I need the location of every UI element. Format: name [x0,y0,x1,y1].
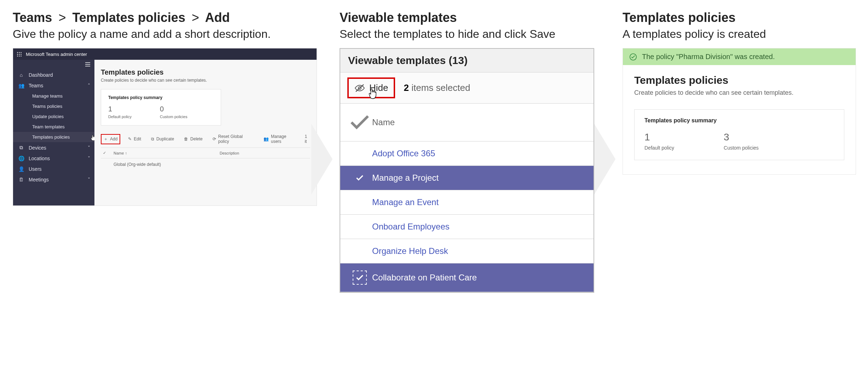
product-name: Microsoft Teams admin center [26,52,87,57]
row-checkbox[interactable] [347,271,372,285]
calendar-icon: 🗓 [18,177,24,182]
nav-templates-policies[interactable]: Templates policies [13,132,94,142]
crumb-add: Add [205,10,230,25]
nav-devices[interactable]: ⧉ Devices ˅ [13,142,94,153]
admin-sidebar: ⌂ Dashboard 👥 Teams ˄ Manage teams Teams… [13,60,94,205]
page-description: Create policies to decide who can see ce… [101,78,310,83]
col-description[interactable]: Description [220,151,308,155]
hide-button[interactable]: Hide [347,77,395,98]
nav-update-policies[interactable]: Update policies [13,111,94,122]
viewable-templates-panel: Viewable templates (13) Hide 2 items sel… [340,48,594,293]
manage-users-button[interactable]: 👥 Manage users [261,133,299,145]
nav-label: Team templates [32,124,65,129]
list-item[interactable]: Onboard Employees [340,215,594,239]
chevron-down-icon: ˅ [88,177,90,182]
row-name: Global (Org-wide default) [114,162,220,167]
summary-card: Templates policy summary 1 Default polic… [101,89,221,126]
banner-text: The policy "Pharma Division" was created… [642,53,775,61]
cursor-hand-icon [368,88,378,99]
waffle-icon[interactable] [17,52,22,57]
list-item[interactable]: Manage a Project [340,166,594,190]
people-icon: 👥 [18,83,24,88]
btn-label: Duplicate [156,137,174,141]
item-count: 1 it [305,134,310,144]
viewable-header: Viewable templates (13) [340,49,594,72]
template-name: Adopt Office 365 [372,149,435,158]
list-item[interactable]: Manage an Event [340,190,594,215]
viewable-toolbar: Hide 2 items selected [340,72,594,104]
crumb-templates-policies: Templates policies [72,10,185,25]
result-panel: The policy "Pharma Division" was created… [623,48,856,175]
nav-users[interactable]: 👤 Users [13,164,94,174]
check-circle-icon [629,53,637,61]
template-name: Manage an Event [372,197,439,207]
btn-label: Manage users [271,134,297,144]
step2-subtitle: Select the templates to hide and click S… [340,27,594,42]
nav-team-templates[interactable]: Team templates [13,122,94,132]
refresh-icon: ⟳ [213,137,216,141]
check-icon [347,110,372,135]
nav-label: Teams [29,83,43,88]
breadcrumb-sep: > [58,10,66,25]
stat-default-num: 1 [644,132,674,143]
list-item[interactable]: Adopt Office 365 [340,141,594,166]
pencil-icon: ✎ [128,137,132,141]
globe-icon: 🌐 [18,156,24,161]
policies-grid-header: ✓ Name ↑ Description [101,148,310,158]
reset-global-button[interactable]: ⟳ Reset Global policy [210,133,256,145]
duplicate-button[interactable]: ⧉ Duplicate [149,135,176,143]
select-all-checkbox[interactable] [347,110,372,135]
select-all-checkbox[interactable]: ✓ [103,151,114,155]
home-icon: ⌂ [18,72,24,78]
stat-custom-label: Custom policies [160,115,187,119]
svg-marker-3 [594,124,615,194]
row-checkbox[interactable] [103,162,114,167]
edit-button[interactable]: ✎ Edit [126,135,143,143]
step2-heading: Viewable templates [340,10,594,25]
step1-heading: Teams > Templates policies > Add [13,10,317,25]
template-name: Organize Help Desk [372,246,448,256]
crumb-teams: Teams [13,10,52,25]
user-icon: 👤 [18,166,24,172]
templates-list: Adopt Office 365Manage a ProjectManage a… [340,141,594,292]
chevron-down-icon: ˅ [88,156,90,161]
step-2: Viewable templates Select the templates … [340,10,594,293]
btn-label: Delete [190,137,203,141]
list-item[interactable]: Organize Help Desk [340,239,594,263]
hamburger-icon[interactable] [81,60,94,70]
copy-icon: ⧉ [151,137,154,141]
nav-teams[interactable]: 👥 Teams ˄ [13,80,94,91]
selection-label: items selected [411,82,470,93]
selection-number: 2 [404,82,409,93]
check-dashed-icon [353,271,367,285]
add-button[interactable]: ＋ Add [101,134,120,144]
stat-custom-num: 3 [724,132,759,143]
table-row[interactable]: Global (Org-wide default) [101,158,310,170]
btn-label: Edit [134,137,141,141]
row-checkbox[interactable] [347,173,372,182]
step3-subtitle: A templates policy is created [623,27,856,42]
btn-label: Reset Global policy [218,134,254,144]
chevron-down-icon: ˅ [88,145,90,151]
delete-button[interactable]: 🗑 Delete [182,135,205,143]
step3-heading: Templates policies [623,10,856,25]
nav-teams-policies[interactable]: Teams policies [13,101,94,111]
step1-subtitle: Give the policy a name and add a short d… [13,27,317,42]
col-name: Name [372,117,586,127]
nav-meetings[interactable]: 🗓 Meetings ˅ [13,174,94,185]
nav-manage-teams[interactable]: Manage teams [13,91,94,101]
list-item[interactable]: Collaborate on Patient Care [340,263,594,292]
stat-default-label: Default policy [644,145,674,151]
stat-default-num: 1 [108,105,132,113]
page-title: Templates policies [634,74,844,86]
nav-dashboard[interactable]: ⌂ Dashboard [13,70,94,80]
policies-toolbar: ＋ Add ✎ Edit ⧉ Duplicate 🗑 Delete [101,133,310,148]
page-description: Create policies to decide who can see ce… [634,89,844,97]
stat-custom-label: Custom policies [724,145,759,151]
nav-locations[interactable]: 🌐 Locations ˅ [13,153,94,164]
col-name[interactable]: Name ↑ [114,151,220,155]
template-name: Manage a Project [372,173,439,183]
nav-label: Devices [29,145,46,151]
nav-label: Locations [29,156,50,161]
templates-list-header: Name [340,104,594,141]
